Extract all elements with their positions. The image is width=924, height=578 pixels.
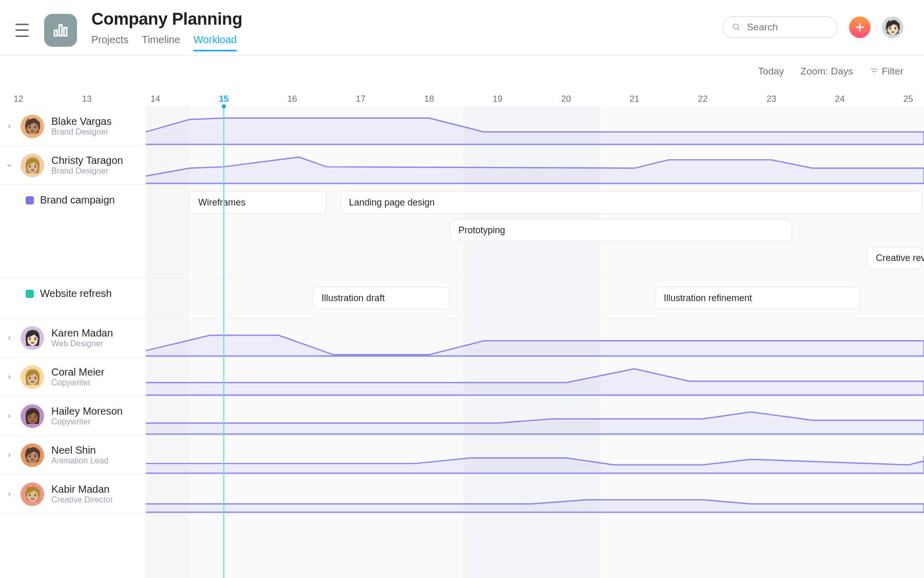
avatar: 👩🏻 bbox=[21, 326, 44, 350]
project-color-icon bbox=[26, 290, 34, 298]
person-role: Brand Designer bbox=[51, 127, 111, 137]
svg-rect-2 bbox=[64, 27, 67, 35]
person-role: Copywriter bbox=[51, 378, 104, 387]
project-color-icon bbox=[26, 196, 34, 204]
date-23: 23 bbox=[766, 94, 776, 104]
task-bar[interactable]: Landing page design bbox=[340, 191, 922, 214]
user-avatar[interactable]: 🧑🏻 bbox=[882, 16, 903, 38]
chevron-down-icon[interactable] bbox=[5, 162, 13, 169]
tab-workload[interactable]: Workload bbox=[194, 32, 237, 51]
person-row[interactable]: 👩🏻 Karen Madan Web Designer bbox=[0, 319, 146, 358]
svg-point-3 bbox=[733, 24, 738, 29]
person-role: Brand Designer bbox=[51, 166, 123, 176]
avatar: 👩🏼 bbox=[21, 154, 44, 177]
tab-projects[interactable]: Projects bbox=[91, 32, 128, 51]
menu-button[interactable] bbox=[15, 24, 29, 37]
person-name: Christy Taragon bbox=[51, 155, 123, 166]
avatar: 🧑🏽 bbox=[21, 115, 44, 138]
avatar: 👩🏾 bbox=[21, 404, 44, 428]
search-icon bbox=[732, 22, 741, 32]
person-name: Hailey Moreson bbox=[51, 405, 123, 417]
chevron-right-icon[interactable] bbox=[5, 413, 13, 419]
date-18: 18 bbox=[425, 94, 434, 104]
tab-timeline[interactable]: Timeline bbox=[142, 32, 180, 51]
search-input[interactable] bbox=[722, 16, 838, 38]
person-name: Kabir Madan bbox=[51, 483, 113, 495]
person-name: Karen Madan bbox=[51, 327, 113, 339]
date-15: 15 bbox=[219, 94, 229, 104]
project-name: Website refresh bbox=[40, 288, 112, 300]
person-row[interactable]: 👩🏾 Hailey Moreson Copywriter bbox=[0, 397, 146, 436]
date-22: 22 bbox=[698, 94, 708, 104]
zoom-button[interactable]: Zoom: Days bbox=[800, 66, 853, 77]
chevron-right-icon[interactable] bbox=[5, 374, 13, 380]
date-24: 24 bbox=[835, 94, 845, 104]
task-bar[interactable]: Wireframes bbox=[189, 191, 326, 214]
project-icon bbox=[44, 14, 77, 47]
project-label[interactable]: Brand campaign bbox=[0, 185, 146, 278]
date-25: 25 bbox=[903, 94, 913, 104]
plus-icon bbox=[855, 22, 865, 32]
person-row[interactable]: 👩🏼 Christy Taragon Brand Designer bbox=[0, 146, 146, 185]
date-20: 20 bbox=[561, 94, 571, 104]
person-row[interactable]: 👩🏼 Coral Meier Copywriter bbox=[0, 358, 146, 397]
person-role: Copywriter bbox=[51, 417, 123, 426]
task-bar[interactable]: Prototyping bbox=[450, 219, 792, 241]
today-button[interactable]: Today bbox=[758, 66, 784, 77]
chevron-right-icon[interactable] bbox=[5, 491, 13, 497]
person-role: Animation Lead bbox=[51, 456, 108, 465]
avatar: 🧑🏽 bbox=[21, 443, 44, 467]
svg-line-4 bbox=[738, 28, 740, 30]
person-role: Creative Director bbox=[51, 495, 113, 505]
person-name: Blake Vargas bbox=[51, 116, 111, 127]
person-row[interactable]: 🧑🏽 Neel Shin Animation Lead bbox=[0, 436, 146, 475]
date-17: 17 bbox=[356, 94, 365, 104]
svg-rect-0 bbox=[54, 30, 57, 36]
person-row[interactable]: 🧑🏽 Blake Vargas Brand Designer bbox=[0, 107, 146, 146]
project-label[interactable]: Website refresh bbox=[0, 278, 146, 319]
person-name: Neel Shin bbox=[51, 444, 108, 456]
date-19: 19 bbox=[493, 94, 503, 104]
chevron-right-icon[interactable] bbox=[5, 123, 13, 129]
task-bar[interactable]: Creative review bbox=[867, 247, 922, 269]
page-title: Company Planning bbox=[91, 9, 242, 29]
date-21: 21 bbox=[630, 94, 640, 104]
date-13: 13 bbox=[82, 94, 92, 104]
task-bar[interactable]: Illustration refinement bbox=[655, 287, 860, 309]
person-name: Coral Meier bbox=[51, 366, 104, 378]
chevron-right-icon[interactable] bbox=[5, 335, 13, 341]
person-role: Web Designer bbox=[51, 339, 113, 348]
svg-rect-1 bbox=[59, 25, 62, 35]
filter-button[interactable]: Filter bbox=[870, 66, 903, 77]
avatar: 🧑🏼 bbox=[21, 482, 44, 506]
project-name: Brand campaign bbox=[40, 194, 115, 206]
date-12: 12 bbox=[14, 94, 24, 104]
date-16: 16 bbox=[287, 94, 297, 104]
add-button[interactable] bbox=[849, 16, 871, 38]
task-bar[interactable]: Illustration draft bbox=[313, 287, 450, 309]
avatar: 👩🏼 bbox=[21, 365, 44, 389]
date-14: 14 bbox=[150, 94, 160, 104]
person-row[interactable]: 🧑🏼 Kabir Madan Creative Director bbox=[0, 475, 146, 514]
filter-icon bbox=[870, 67, 879, 76]
chevron-right-icon[interactable] bbox=[5, 452, 13, 458]
